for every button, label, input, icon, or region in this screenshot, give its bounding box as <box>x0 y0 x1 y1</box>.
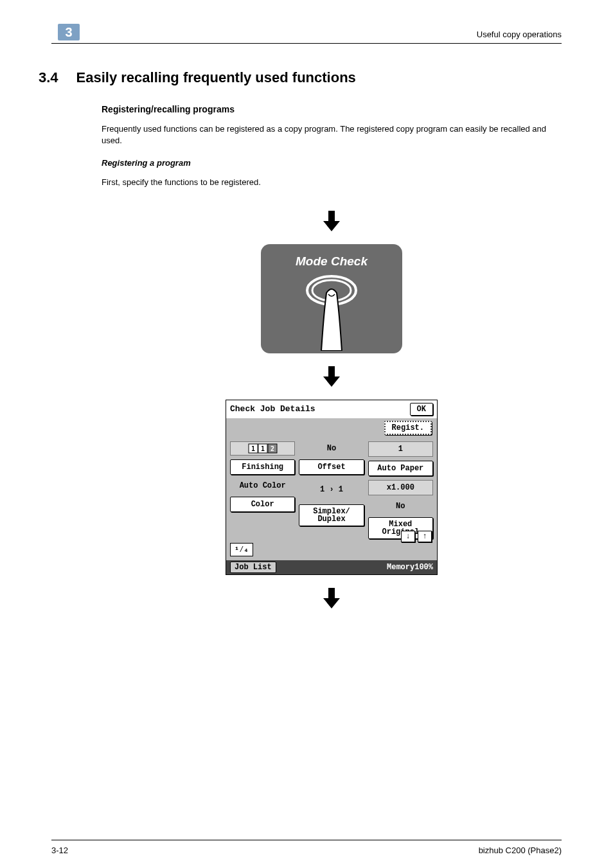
memory-indicator: Memory100% <box>387 563 433 572</box>
subheading-registering-recalling: Registering/recalling programs <box>102 104 562 114</box>
mode-check-label: Mode Check <box>261 244 402 269</box>
footer-product: bizhub C200 (Phase2) <box>479 846 562 855</box>
finger-press-icon <box>293 267 370 353</box>
running-head: Useful copy operations <box>477 30 562 39</box>
finishing-button[interactable]: Finishing <box>230 459 295 475</box>
arrow-down-icon <box>320 364 343 389</box>
color-button[interactable]: Color <box>230 497 295 512</box>
lcd-title: Check Job Details <box>230 404 315 414</box>
body-paragraph-1: Frequently used functions can be registe… <box>102 123 562 146</box>
arrow-down-icon <box>320 208 343 234</box>
section-number: 3 <box>65 25 72 40</box>
section-heading-number: 3.4 <box>39 69 58 86</box>
page-order-icon: 1 1 2 <box>230 441 295 456</box>
section-heading-title: Easily recalling frequently used functio… <box>76 69 356 86</box>
body-paragraph-2: First, specify the functions to be regis… <box>102 177 562 188</box>
ok-button[interactable]: OK <box>410 403 433 416</box>
arrow-down-icon <box>320 585 343 611</box>
simplex-duplex-button[interactable]: Simplex/ Duplex <box>299 504 364 526</box>
page-indicator: ¹⁄₄ <box>230 543 253 556</box>
svg-text:1: 1 <box>251 445 255 452</box>
page-up-button[interactable]: ↑ <box>418 531 432 542</box>
regist-button[interactable]: Regist. <box>384 421 432 435</box>
duplex-value: 1 › 1 <box>299 479 364 500</box>
section-heading: 3.4 Easily recalling frequently used fun… <box>51 69 562 86</box>
page-down-button[interactable]: ↓ <box>401 531 415 542</box>
mixed-original-value-no: No <box>368 499 433 513</box>
page-footer: 3-12 bizhub C200 (Phase2) <box>51 840 562 855</box>
zoom-value: x1.000 <box>368 480 433 495</box>
footer-page-number: 3-12 <box>51 846 68 855</box>
job-list-button[interactable]: Job List <box>230 562 276 573</box>
offset-button[interactable]: Offset <box>299 459 364 475</box>
svg-text:2: 2 <box>271 445 274 452</box>
finishing-value-no: No <box>299 441 364 456</box>
auto-color-label: Auto Color <box>230 479 295 493</box>
section-number-badge: 3 <box>58 24 80 40</box>
paper-value: 1 <box>368 441 433 457</box>
auto-paper-button[interactable]: Auto Paper <box>368 461 433 476</box>
page-header: 3 Useful copy operations <box>51 13 562 44</box>
lcd-panel: Check Job Details OK Regist. 1 1 2 <box>226 400 438 575</box>
subheading-registering-a-program: Registering a program <box>102 158 562 168</box>
mode-check-button-graphic: Mode Check <box>261 244 402 353</box>
svg-text:1: 1 <box>261 445 265 452</box>
